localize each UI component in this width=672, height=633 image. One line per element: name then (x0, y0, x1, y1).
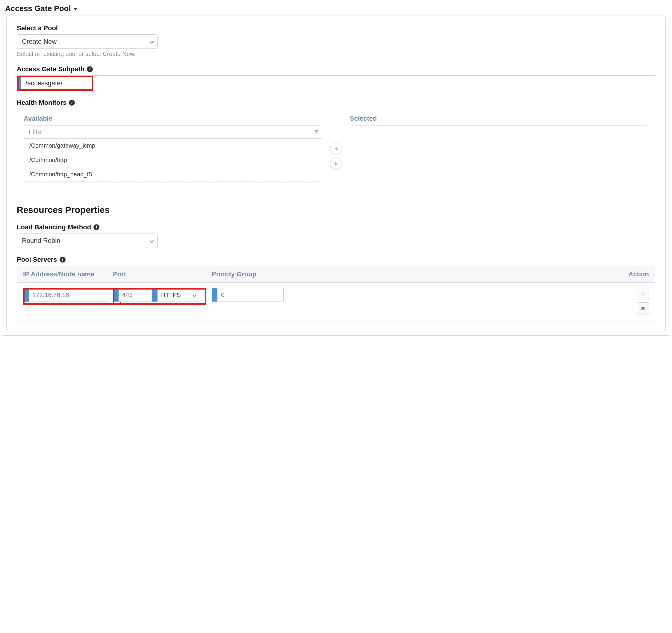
pool-select-value: Create New (22, 38, 56, 46)
protocol-value: HTTPS (158, 288, 189, 301)
transfer-buttons (330, 115, 342, 186)
col-port-header: Port (113, 270, 212, 278)
subpath-input[interactable] (21, 76, 655, 91)
move-right-button[interactable] (330, 158, 342, 170)
pool-select[interactable]: Create New (17, 34, 158, 49)
available-header: Available (24, 115, 322, 122)
pool-help-text: Select an existing pool or select Create… (17, 51, 655, 57)
port-group: HTTPS (113, 288, 200, 302)
ip-input[interactable] (29, 288, 109, 301)
move-left-button[interactable] (330, 143, 342, 155)
col-ip-header: IP Address/Node name (23, 270, 113, 278)
pool-label: Select a Pool (17, 24, 655, 32)
priority-input[interactable] (217, 288, 284, 301)
lb-select-value: Round Robin (22, 237, 60, 245)
available-list[interactable]: /Common/gateway_icmp /Common/http /Commo… (24, 139, 322, 186)
list-item[interactable]: /Common/http (24, 153, 322, 167)
chevron-down-icon (189, 288, 200, 301)
info-icon[interactable]: i (87, 66, 93, 72)
available-column: Available /Common/gateway_icmp /Common/h… (24, 115, 322, 186)
pool-label-text: Select a Pool (17, 24, 58, 32)
col-action-header: Action (298, 270, 649, 278)
pool-servers-label-text: Pool Servers (17, 256, 57, 264)
health-monitors-label-text: Health Monitors (17, 99, 67, 106)
cell-ip (23, 288, 113, 302)
info-icon[interactable]: i (93, 224, 99, 230)
pool-select-box[interactable]: Create New (17, 34, 158, 49)
required-strip (212, 288, 217, 301)
section-panel: Select a Pool Create New Select an exist… (6, 16, 666, 331)
subpath-label-text: Access Gate Subpath (17, 65, 85, 73)
required-strip (152, 288, 158, 301)
ip-combo[interactable] (23, 288, 109, 302)
list-item[interactable]: /Common/gateway_icmp (24, 139, 322, 153)
selected-column: Selected (350, 115, 648, 186)
filter-input[interactable] (28, 128, 314, 136)
filter-row[interactable] (24, 125, 322, 139)
cell-prio (212, 288, 298, 302)
required-strip (113, 288, 119, 301)
filter-icon (314, 130, 319, 135)
remove-row-button[interactable] (637, 302, 649, 314)
lb-label-text: Load Balancing Method (17, 223, 91, 231)
caret-down-icon (73, 8, 77, 10)
list-item[interactable]: /Common/http_head_f5 (24, 167, 322, 182)
subpath-input-wrap[interactable] (17, 75, 655, 91)
info-icon[interactable]: i (69, 100, 75, 106)
lb-select-box[interactable]: Round Robin (17, 234, 158, 248)
required-strip (17, 76, 21, 91)
required-strip (23, 288, 29, 301)
pool-servers-table: IP Address/Node name Port Priority Group… (17, 266, 655, 322)
port-input[interactable] (119, 288, 152, 301)
health-monitors-label: Health Monitors i (17, 99, 655, 106)
selected-list[interactable] (350, 125, 648, 186)
cell-action (298, 288, 649, 314)
info-icon[interactable]: i (59, 257, 66, 263)
pool-servers-label: Pool Servers i (17, 256, 655, 264)
triangle-right-icon (335, 162, 337, 166)
lb-select[interactable]: Round Robin (17, 234, 158, 248)
add-row-button[interactable] (637, 288, 649, 300)
lb-label: Load Balancing Method i (17, 223, 655, 231)
resources-heading: Resources Properties (17, 205, 655, 215)
health-monitors-panel: Available /Common/gateway_icmp /Common/h… (17, 109, 655, 194)
port-input-wrap[interactable] (113, 288, 152, 302)
triangle-left-icon (335, 147, 337, 151)
section-header[interactable]: Access Gate Pool (5, 4, 77, 13)
protocol-select[interactable]: HTTPS (152, 288, 200, 302)
table-row: HTTPS (17, 283, 655, 322)
table-header: IP Address/Node name Port Priority Group… (17, 266, 655, 283)
section-title-text: Access Gate Pool (5, 4, 71, 13)
subpath-label: Access Gate Subpath i (17, 65, 655, 73)
priority-input-wrap[interactable] (212, 288, 284, 302)
col-prio-header: Priority Group (212, 270, 298, 278)
selected-header: Selected (350, 115, 648, 122)
cell-port: HTTPS (113, 288, 212, 302)
config-section: Access Gate Pool Select a Pool Create Ne… (2, 2, 670, 336)
